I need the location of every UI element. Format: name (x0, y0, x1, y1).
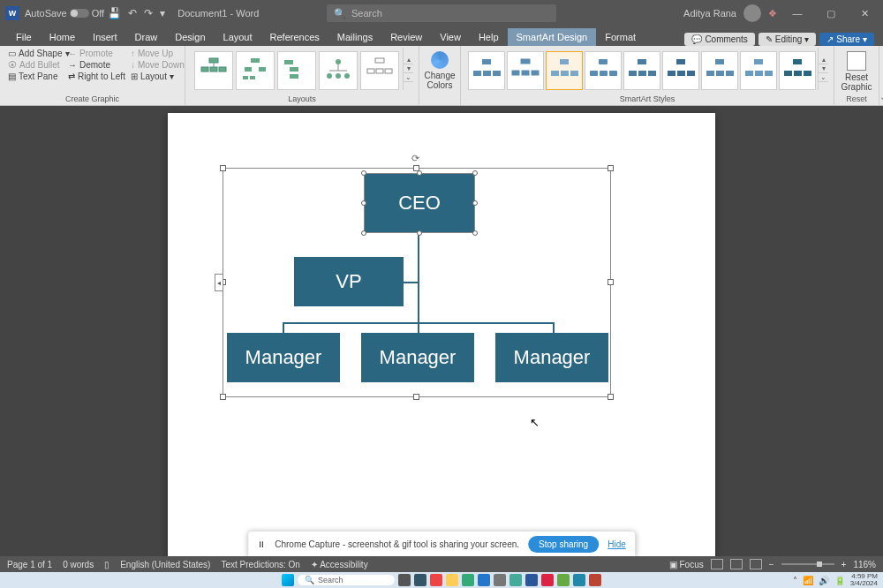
layout-option-4[interactable] (319, 51, 358, 90)
styles-more[interactable]: ▴▾⌄ (818, 48, 828, 90)
wifi-icon[interactable]: 📶 (803, 576, 813, 585)
battery-icon[interactable]: 🔋 (834, 576, 845, 585)
taskbar-app-icon[interactable] (446, 574, 458, 586)
style-option-1[interactable] (468, 51, 505, 90)
search-box[interactable]: 🔍 Search (327, 4, 556, 22)
taskbar-app-icon[interactable] (541, 574, 554, 586)
comments-button[interactable]: 💬Comments (684, 33, 754, 46)
word-count[interactable]: 0 words (63, 560, 94, 569)
page-info[interactable]: Page 1 of 1 (7, 560, 52, 569)
rotate-handle-icon[interactable]: ⟳ (411, 153, 422, 163)
shape-handle[interactable] (361, 170, 366, 176)
volume-icon[interactable]: 🔊 (819, 576, 829, 585)
qat-dropdown-icon[interactable]: ▾ (160, 7, 165, 19)
tab-draw[interactable]: Draw (126, 28, 167, 46)
style-option-6[interactable] (662, 51, 699, 90)
autosave-toggle[interactable]: AutoSave Off (25, 8, 104, 19)
layout-option-3[interactable] (277, 51, 316, 90)
ribbon-display-icon[interactable]: ❖ (768, 8, 777, 19)
node-manager-1[interactable]: Manager (227, 333, 340, 382)
layout-option-5[interactable] (360, 51, 399, 90)
tab-view[interactable]: View (431, 28, 470, 46)
print-layout-icon[interactable] (730, 559, 743, 569)
taskbar-app-icon[interactable] (462, 574, 474, 586)
minimize-button[interactable]: — (784, 8, 811, 19)
spell-check-icon[interactable]: ▯ (104, 560, 109, 569)
tab-insert[interactable]: Insert (84, 28, 126, 46)
web-layout-icon[interactable] (750, 559, 762, 569)
taskbar-search[interactable]: 🔍Search (298, 575, 395, 585)
text-pane-toggle[interactable]: ◂ (215, 274, 223, 291)
style-option-2[interactable] (507, 51, 544, 90)
collapse-ribbon-button[interactable]: ⌄ (879, 46, 883, 105)
layout-button[interactable]: ⊞Layout▾ (128, 71, 186, 82)
shape-handle[interactable] (472, 200, 478, 206)
tab-mailings[interactable]: Mailings (328, 28, 381, 46)
taskbar-clock[interactable]: 4:59 PM 3/4/2024 (850, 573, 878, 587)
layouts-more[interactable]: ▴▾⌄ (403, 48, 413, 90)
user-avatar-icon[interactable] (743, 4, 761, 22)
tab-format[interactable]: Format (596, 28, 645, 46)
demote-button[interactable]: →Demote (65, 59, 128, 71)
redo-icon[interactable]: ↷ (144, 7, 153, 19)
zoom-in-icon[interactable]: + (841, 560, 847, 569)
style-option-8[interactable] (740, 51, 777, 90)
taskbar-app-icon[interactable] (573, 574, 585, 586)
zoom-out-icon[interactable]: − (769, 560, 774, 569)
editing-button[interactable]: ✎Editing▾ (758, 33, 817, 46)
style-option-4[interactable] (585, 51, 622, 90)
text-pane-button[interactable]: ▤Text Pane (5, 71, 65, 82)
node-manager-2[interactable]: Manager (361, 333, 474, 382)
document-area[interactable]: ⟳ ◂ CEO (0, 106, 883, 557)
style-option-9[interactable] (779, 51, 816, 90)
focus-mode[interactable]: ▣ Focus (669, 560, 704, 569)
taskbar-app-icon[interactable] (478, 574, 490, 586)
taskbar-app-icon[interactable] (589, 574, 601, 586)
smartart-frame[interactable]: ⟳ ◂ CEO (223, 168, 611, 397)
read-mode-icon[interactable] (711, 559, 723, 569)
save-icon[interactable]: 💾 (108, 7, 121, 19)
node-ceo[interactable]: CEO (365, 174, 474, 232)
tab-smartart-design[interactable]: SmartArt Design (508, 28, 597, 46)
undo-icon[interactable]: ↶ (128, 7, 137, 19)
taskbar-app-icon[interactable] (509, 574, 522, 586)
taskbar-app-icon[interactable] (414, 574, 426, 586)
shape-handle[interactable] (417, 230, 422, 236)
stop-sharing-button[interactable]: Stop sharing (528, 536, 599, 553)
share-button[interactable]: ↗Share▾ (819, 33, 874, 46)
tab-help[interactable]: Help (470, 28, 508, 46)
[interactable] (472, 230, 478, 236)
maximize-button[interactable]: ▢ (818, 8, 844, 19)
page[interactable]: ⟳ ◂ CEO (168, 113, 715, 557)
shape-handle[interactable] (361, 230, 366, 236)
taskbar-app-icon[interactable] (557, 574, 570, 586)
shape-handle[interactable] (472, 170, 478, 176)
user-name[interactable]: Aditya Rana (683, 8, 736, 19)
tab-review[interactable]: Review (381, 28, 431, 46)
close-button[interactable]: ✕ (851, 8, 878, 19)
node-vp[interactable]: VP (294, 257, 404, 306)
layout-option-2[interactable] (236, 51, 275, 90)
start-button[interactable] (282, 574, 294, 586)
node-manager-3[interactable]: Manager (495, 333, 608, 382)
task-view-icon[interactable] (398, 574, 411, 586)
accessibility-status[interactable]: ✦ Accessibility (311, 560, 368, 569)
tab-layout[interactable]: Layout (215, 28, 261, 46)
shape-handle[interactable] (361, 200, 366, 206)
language-status[interactable]: English (United States) (120, 560, 210, 569)
layout-option-1[interactable] (194, 51, 233, 90)
tab-references[interactable]: References (261, 28, 328, 46)
change-colors-button[interactable]: Change Colors (425, 48, 455, 90)
zoom-level[interactable]: 116% (853, 560, 876, 569)
tab-home[interactable]: Home (41, 28, 84, 46)
autosave-switch-icon[interactable] (70, 9, 89, 18)
taskbar-word-icon[interactable] (525, 574, 538, 586)
tab-design[interactable]: Design (166, 28, 214, 46)
style-option-5[interactable] (623, 51, 660, 90)
text-predictions[interactable]: Text Predictions: On (221, 560, 299, 569)
hide-share-link[interactable]: Hide (608, 539, 626, 549)
zoom-slider[interactable] (781, 563, 834, 565)
shape-handle[interactable] (417, 170, 422, 176)
taskbar-app-icon[interactable] (494, 574, 506, 586)
style-option-3[interactable] (546, 51, 583, 90)
